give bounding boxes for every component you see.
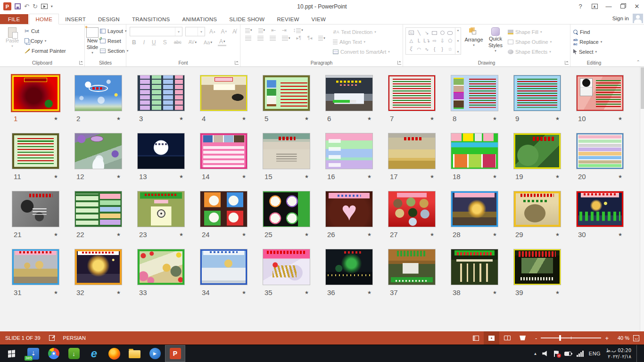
slide-thumbnail-19[interactable] bbox=[513, 133, 561, 169]
ribbon-display-options-button[interactable]: ▲ bbox=[587, 0, 602, 13]
taskbar-media-player[interactable]: ▶ bbox=[145, 345, 165, 362]
slide-thumbnail-36[interactable] bbox=[325, 249, 373, 285]
animation-star-icon[interactable]: ★ bbox=[493, 290, 497, 295]
rounded-rectangle-shape-icon[interactable] bbox=[447, 31, 453, 35]
slide-thumbnail-22[interactable] bbox=[74, 191, 122, 227]
section-button[interactable]: Section▾ bbox=[99, 46, 130, 56]
animation-star-icon[interactable]: ★ bbox=[555, 174, 560, 179]
taskbar-file-explorer[interactable] bbox=[124, 345, 145, 362]
slide-thumbnail-37[interactable] bbox=[388, 249, 436, 285]
minimize-button[interactable]: — bbox=[602, 0, 616, 13]
tab-insert[interactable]: INSERT bbox=[59, 14, 92, 24]
animation-star-icon[interactable]: ★ bbox=[54, 232, 58, 237]
left-brace-shape-icon[interactable]: { bbox=[434, 47, 435, 52]
zoom-level[interactable]: 40 % bbox=[611, 335, 629, 341]
slide-thumbnail-20[interactable] bbox=[576, 133, 624, 169]
animation-star-icon[interactable]: ★ bbox=[618, 116, 622, 121]
slide-thumbnail-29[interactable] bbox=[513, 191, 561, 227]
shapes-gallery[interactable]: A≡ ╲ ↘ △ L L↴ ⇨ ⇩ ⬠ 𝜉 ◠ ∿ { } bbox=[405, 27, 461, 55]
fit-to-window-icon[interactable] bbox=[633, 335, 639, 341]
taskbar-download-manager[interactable]: ⇣385 bbox=[23, 345, 43, 362]
language-indicator[interactable]: PERSIAN bbox=[63, 335, 86, 341]
animation-star-icon[interactable]: ★ bbox=[430, 232, 434, 237]
undo-icon[interactable]: ↶ bbox=[24, 3, 29, 9]
right-brace-shape-icon[interactable]: } bbox=[442, 47, 443, 52]
animation-star-icon[interactable]: ★ bbox=[493, 174, 497, 179]
slide-thumbnail-4[interactable] bbox=[200, 75, 248, 111]
slide-thumbnail-1[interactable] bbox=[12, 75, 59, 111]
scribble-shape-icon[interactable]: 𝜉 bbox=[410, 46, 413, 52]
animation-star-icon[interactable]: ★ bbox=[618, 174, 622, 179]
volume-icon[interactable] bbox=[542, 351, 549, 357]
tab-animations[interactable]: ANIMATIONS bbox=[176, 14, 223, 24]
animation-star-icon[interactable]: ★ bbox=[116, 232, 121, 237]
curve-shape-icon[interactable]: ∿ bbox=[425, 47, 429, 52]
reset-button[interactable]: Reset bbox=[99, 36, 130, 46]
start-button[interactable] bbox=[0, 345, 23, 362]
clipboard-dialog-launcher-icon[interactable] bbox=[79, 61, 83, 65]
slide-thumbnail-39[interactable] bbox=[513, 249, 561, 285]
restore-button[interactable] bbox=[616, 0, 630, 13]
animation-star-icon[interactable]: ★ bbox=[54, 174, 58, 179]
slide-thumbnail-6[interactable] bbox=[325, 75, 373, 111]
animation-star-icon[interactable]: ★ bbox=[305, 174, 309, 179]
zoom-out-button[interactable]: - bbox=[535, 335, 537, 342]
redo-icon[interactable]: ↻ bbox=[33, 3, 38, 9]
right-arrow-shape-icon[interactable]: ⇨ bbox=[433, 38, 437, 43]
animation-star-icon[interactable]: ★ bbox=[242, 290, 246, 295]
slide-show-button[interactable] bbox=[515, 331, 530, 345]
tab-review[interactable]: REVIEW bbox=[271, 14, 305, 24]
animation-star-icon[interactable]: ★ bbox=[367, 116, 372, 121]
line-shape-icon[interactable]: ╲ bbox=[418, 30, 421, 35]
slide-thumbnail-11[interactable] bbox=[12, 133, 59, 169]
quick-styles-button[interactable]: Quick Styles▾ bbox=[485, 26, 506, 53]
animation-star-icon[interactable]: ★ bbox=[305, 116, 309, 121]
slide-thumbnail-18[interactable] bbox=[451, 133, 498, 169]
slide-thumbnail-25[interactable] bbox=[263, 191, 310, 227]
shapes-scrollbar[interactable]: ▲▼▼̱ bbox=[455, 28, 461, 54]
help-button[interactable]: ? bbox=[573, 0, 587, 13]
star-shape-icon[interactable]: ☆ bbox=[448, 47, 452, 52]
slide-thumbnail-21[interactable] bbox=[12, 191, 59, 227]
slide-thumbnail-23[interactable] bbox=[137, 191, 185, 227]
arc-shape-icon[interactable]: ◠ bbox=[417, 47, 421, 52]
tray-expand-icon[interactable]: ▲ bbox=[533, 352, 537, 356]
slide-thumbnail-10[interactable] bbox=[576, 75, 624, 111]
down-arrow-shape-icon[interactable]: ⇩ bbox=[440, 38, 444, 43]
pentagon-shape-icon[interactable]: ⬠ bbox=[448, 38, 452, 43]
elbow-connector-icon[interactable]: L bbox=[418, 38, 421, 43]
copy-button[interactable]: Copy▾ bbox=[23, 36, 67, 46]
animation-star-icon[interactable]: ★ bbox=[493, 232, 497, 237]
animation-star-icon[interactable]: ★ bbox=[242, 116, 246, 121]
drawing-dialog-launcher-icon[interactable] bbox=[565, 61, 569, 65]
power-icon[interactable] bbox=[564, 352, 571, 356]
animation-star-icon[interactable]: ★ bbox=[555, 232, 560, 237]
font-dialog-launcher-icon[interactable] bbox=[235, 61, 239, 65]
action-center-flag-icon[interactable]: ✕ bbox=[554, 351, 559, 357]
animation-star-icon[interactable]: ★ bbox=[242, 232, 246, 237]
zoom-in-button[interactable]: + bbox=[605, 335, 609, 342]
input-language[interactable]: ENG bbox=[589, 351, 601, 356]
slide-thumbnail-17[interactable] bbox=[388, 133, 436, 169]
format-painter-button[interactable]: Format Painter bbox=[23, 46, 67, 56]
find-button[interactable]: Find bbox=[572, 27, 603, 37]
new-slide-button[interactable]: New Slide▾ bbox=[86, 26, 99, 55]
slide-thumbnail-16[interactable] bbox=[325, 133, 373, 169]
notes-icon[interactable] bbox=[49, 335, 55, 341]
animation-star-icon[interactable]: ★ bbox=[179, 116, 183, 121]
tab-home[interactable]: HOME bbox=[29, 14, 59, 25]
arrange-button[interactable]: Arrange▾ bbox=[463, 26, 485, 48]
select-button[interactable]: Select▾ bbox=[572, 47, 603, 57]
animation-star-icon[interactable]: ★ bbox=[116, 116, 121, 121]
tab-design[interactable]: DESIGN bbox=[92, 14, 126, 24]
reading-view-button[interactable] bbox=[499, 331, 515, 345]
cut-button[interactable]: ✂Cut bbox=[23, 26, 67, 36]
animation-star-icon[interactable]: ★ bbox=[493, 116, 497, 121]
slide-thumbnail-12[interactable] bbox=[74, 133, 122, 169]
slide-thumbnail-30[interactable] bbox=[576, 191, 624, 227]
clock[interactable]: 02:20 ب.ظ۲۰۲۲/۰۲/۱۸ bbox=[606, 347, 631, 360]
tab-view[interactable]: VIEW bbox=[305, 14, 332, 24]
tab-transitions[interactable]: TRANSITIONS bbox=[126, 14, 176, 24]
layout-button[interactable]: Layout▾ bbox=[99, 26, 130, 36]
close-button[interactable]: ✕ bbox=[630, 0, 644, 13]
